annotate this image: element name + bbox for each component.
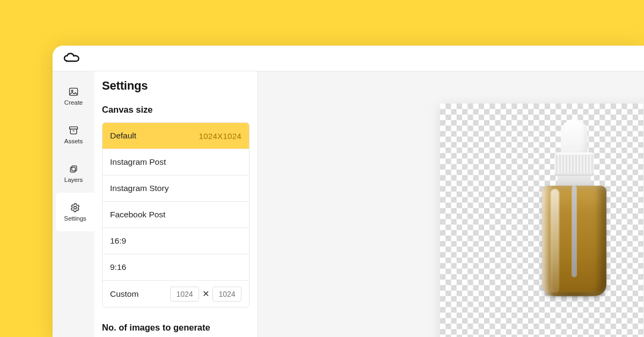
svg-rect-4 — [70, 167, 75, 172]
image-icon — [68, 86, 79, 97]
rail-item-create[interactable]: Create — [53, 77, 94, 115]
archive-icon — [68, 125, 79, 136]
topbar — [53, 46, 644, 71]
rail-item-label: Settings — [64, 215, 86, 222]
size-option-9-16[interactable]: 9:16 — [103, 254, 249, 281]
panel-title: Settings — [102, 79, 250, 93]
size-option-label: Instagram Post — [110, 157, 166, 167]
custom-size-inputs: ✕ — [170, 287, 241, 302]
size-option-label: 9:16 — [110, 262, 126, 272]
svg-rect-3 — [72, 166, 77, 171]
canvas-size-label: Canvas size — [102, 105, 250, 115]
size-option-dims: 1024X1024 — [199, 131, 241, 141]
svg-point-1 — [71, 90, 73, 92]
rail-item-settings[interactable]: Settings — [56, 193, 94, 231]
app-body: Create Assets Layers Settings — [53, 71, 644, 337]
gear-icon — [70, 202, 80, 213]
rail-item-label: Create — [64, 99, 83, 106]
size-option-instagram-post[interactable]: Instagram Post — [103, 149, 249, 175]
svg-point-5 — [74, 207, 77, 209]
canvas-area[interactable] — [258, 71, 644, 337]
left-rail: Create Assets Layers Settings — [53, 71, 94, 337]
product-image[interactable] — [535, 119, 613, 296]
size-option-label: Instagram Story — [110, 184, 169, 193]
size-option-facebook-post[interactable]: Facebook Post — [103, 202, 249, 228]
custom-height-input[interactable] — [213, 287, 241, 302]
rail-item-label: Layers — [64, 177, 83, 183]
size-option-custom[interactable]: Custom ✕ — [103, 281, 249, 307]
size-option-label: 16:9 — [110, 236, 126, 246]
cloud-logo-icon — [63, 53, 82, 64]
svg-rect-2 — [70, 127, 78, 129]
size-option-label: Facebook Post — [110, 210, 165, 219]
size-option-default[interactable]: Default 1024X1024 — [103, 123, 249, 149]
rail-item-assets[interactable]: Assets — [53, 115, 94, 154]
artboard[interactable] — [440, 104, 644, 337]
size-option-16-9[interactable]: 16:9 — [103, 228, 249, 254]
layers-icon — [68, 164, 79, 174]
size-option-label: Custom — [110, 289, 138, 299]
size-option-instagram-story[interactable]: Instagram Story — [103, 175, 249, 202]
num-images-label: No. of images to generate — [102, 323, 250, 333]
custom-width-input[interactable] — [170, 287, 199, 302]
rail-item-layers[interactable]: Layers — [53, 154, 94, 193]
rail-item-label: Assets — [64, 138, 83, 144]
size-option-label: Default — [110, 131, 136, 141]
settings-panel: Settings Canvas size Default 1024X1024 I… — [94, 71, 258, 337]
svg-rect-0 — [70, 88, 78, 95]
app-window: Create Assets Layers Settings — [53, 46, 644, 337]
dimension-separator: ✕ — [202, 289, 209, 299]
canvas-size-list: Default 1024X1024 Instagram Post Instagr… — [102, 122, 250, 307]
